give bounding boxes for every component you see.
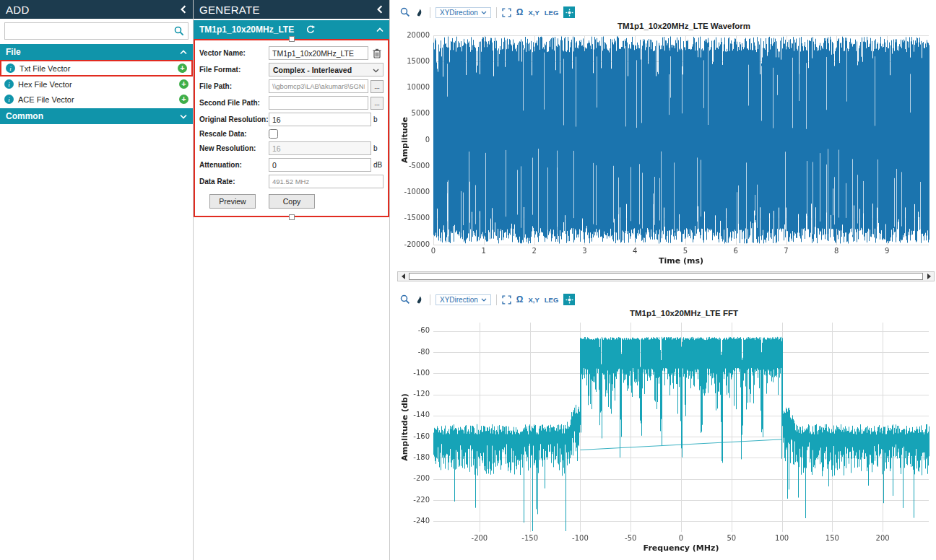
search-input[interactable]: [4, 22, 188, 40]
pan-brush-icon[interactable]: [415, 294, 425, 305]
form-row-data-rate: Data Rate:: [199, 175, 384, 188]
xy-direction-dropdown[interactable]: XYDirection: [436, 7, 491, 18]
field-label: Attenuation:: [199, 161, 269, 169]
generate-panel-title: GENERATE: [199, 4, 260, 16]
field-label: Original Resolution:: [199, 115, 269, 123]
selection-handle-bottom[interactable]: [289, 214, 295, 220]
browse-second-file-button[interactable]: ...: [370, 97, 384, 110]
form-row-new-resolution: New Resolution: b: [199, 141, 384, 155]
scrollbar-thumb[interactable]: [409, 273, 923, 280]
toolbar-separator: [496, 7, 497, 18]
search-icon[interactable]: [174, 26, 184, 39]
add-plus-icon[interactable]: +: [178, 64, 187, 73]
file-path-field[interactable]: [269, 79, 368, 93]
original-resolution-field[interactable]: [269, 113, 371, 126]
generate-panel: GENERATE TM1p1_10x20MHz_LTE Vector Name:: [194, 0, 390, 560]
list-item-label: Txt File Vector: [20, 64, 178, 73]
app-root: ADD File i Txt File Vector + i Hex File …: [0, 0, 936, 560]
list-item-label: ACE File Vector: [18, 95, 179, 104]
info-icon[interactable]: i: [4, 79, 14, 89]
field-label: Second File Path:: [199, 99, 269, 107]
collapse-panel-icon[interactable]: [180, 5, 187, 14]
rescale-data-checkbox[interactable]: [269, 129, 278, 139]
vector-config-form: Vector Name: File Format: Complex - Inte…: [194, 39, 389, 217]
chart-settings-button[interactable]: [563, 6, 575, 18]
pan-brush-icon[interactable]: [415, 7, 425, 17]
waveform-horizontal-scrollbar[interactable]: [397, 271, 935, 281]
common-section-header[interactable]: Common: [0, 108, 193, 124]
chart-settings-button[interactable]: [563, 294, 575, 305]
search-row: [0, 19, 193, 43]
fft-chart-title: TM1p1_10x20MHz_LTE FFT: [397, 309, 935, 318]
unit-label: b: [373, 115, 384, 123]
vector-header-title: TM1p1_10x20MHz_LTE: [199, 25, 294, 35]
info-icon[interactable]: i: [4, 95, 14, 104]
xy-direction-dropdown[interactable]: XYDirection: [436, 294, 491, 305]
fft-chart-toolbar: XYDirection Ω X,Y LEG: [400, 292, 935, 307]
unit-label: b: [373, 144, 384, 152]
chevron-down-icon: [373, 66, 379, 74]
list-item-hex-file-vector[interactable]: i Hex File Vector +: [0, 76, 193, 92]
second-file-path-field[interactable]: [269, 96, 368, 110]
autoscale-icon[interactable]: Ω: [516, 294, 524, 305]
form-row-second-file-path: Second File Path: ...: [199, 96, 384, 110]
list-item-ace-file-vector[interactable]: i ACE File Vector +: [0, 92, 193, 107]
form-row-attenuation: Attenuation: dB: [199, 158, 384, 172]
browse-file-button[interactable]: ...: [370, 80, 384, 93]
list-item-label: Hex File Vector: [18, 80, 179, 89]
xy-direction-label: XYDirection: [440, 296, 478, 304]
selection-handle-top[interactable]: [289, 36, 295, 42]
chevron-up-icon: [180, 47, 187, 57]
field-label: Data Rate:: [199, 178, 269, 185]
common-section-label: Common: [6, 111, 43, 121]
toolbar-separator: [430, 294, 430, 305]
toolbar-separator: [430, 7, 430, 18]
unit-label: dB: [373, 161, 384, 169]
vector-name-field[interactable]: [269, 46, 368, 60]
chevron-up-icon[interactable]: [376, 27, 384, 32]
autoscale-icon[interactable]: Ω: [516, 7, 524, 17]
fit-to-screen-icon[interactable]: [502, 295, 511, 305]
zoom-icon[interactable]: [400, 294, 410, 305]
form-actions: Preview Copy: [209, 194, 384, 209]
add-panel-header: ADD: [0, 0, 193, 19]
scroll-right-icon[interactable]: [924, 272, 934, 281]
add-plus-icon[interactable]: +: [179, 79, 188, 89]
waveform-chart-canvas[interactable]: [397, 31, 935, 269]
file-section-header[interactable]: File: [0, 44, 193, 60]
scroll-left-icon[interactable]: [398, 272, 408, 281]
data-rate-field: [269, 175, 384, 188]
legend-toggle[interactable]: LEG: [545, 9, 559, 17]
form-row-file-path: File Path: ...: [199, 79, 384, 93]
preview-button[interactable]: Preview: [209, 194, 256, 209]
file-format-select[interactable]: Complex - Interleaved: [269, 63, 384, 76]
waveform-chart-toolbar: XYDirection Ω X,Y LEG: [400, 4, 935, 20]
generate-panel-header: GENERATE: [194, 0, 389, 19]
add-plus-icon[interactable]: +: [179, 95, 188, 104]
form-row-original-resolution: Original Resolution: b: [199, 113, 384, 126]
field-label: File Path:: [199, 82, 269, 90]
info-icon[interactable]: i: [6, 64, 15, 73]
chevron-down-icon: [180, 111, 187, 121]
xy-values-toggle[interactable]: X,Y: [528, 296, 539, 304]
field-label: Rescale Data:: [199, 130, 269, 138]
fft-chart-canvas[interactable]: [397, 318, 935, 556]
field-label: Vector Name:: [199, 49, 269, 57]
fit-to-screen-icon[interactable]: [502, 8, 511, 17]
field-label: File Format:: [199, 66, 269, 74]
attenuation-field[interactable]: [269, 158, 371, 172]
delete-vector-button[interactable]: [370, 47, 384, 60]
xy-values-toggle[interactable]: X,Y: [528, 9, 539, 17]
add-panel: ADD File i Txt File Vector + i Hex File …: [0, 0, 194, 560]
file-format-value: Complex - Interleaved: [273, 66, 352, 74]
form-row-rescale-data: Rescale Data:: [199, 129, 384, 139]
collapse-panel-icon[interactable]: [376, 5, 384, 14]
zoom-icon[interactable]: [400, 7, 410, 17]
copy-button[interactable]: Copy: [269, 194, 315, 209]
xy-direction-label: XYDirection: [440, 9, 478, 17]
list-item-txt-file-vector[interactable]: i Txt File Vector +: [0, 60, 193, 76]
legend-toggle[interactable]: LEG: [545, 296, 559, 304]
waveform-chart-title: TM1p1_10x20MHz_LTE Waveform: [397, 22, 935, 30]
form-row-file-format: File Format: Complex - Interleaved: [199, 63, 384, 76]
refresh-icon[interactable]: [306, 25, 316, 35]
